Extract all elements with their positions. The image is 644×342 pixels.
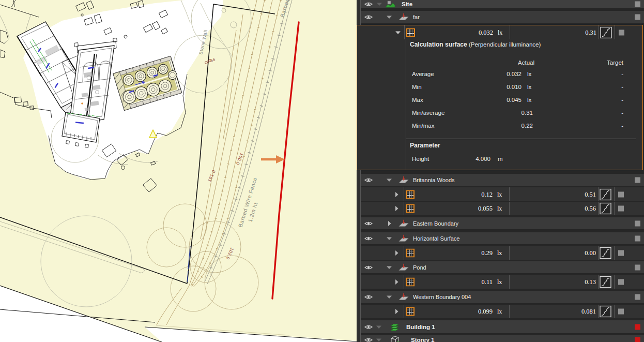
- detail-title: Calculation surface (Perpendicular illum…: [410, 41, 541, 48]
- tree-row-label: Eastern Boundary: [413, 220, 458, 227]
- grid-icon[interactable]: [406, 277, 415, 286]
- tree-row-building-1[interactable]: Building 1: [361, 320, 644, 333]
- status-square[interactable]: [635, 337, 640, 342]
- chevron-right-icon[interactable]: [388, 221, 391, 226]
- tree-row-eastern-boundary[interactable]: Eastern Boundary: [361, 217, 644, 229]
- chevron-right-icon[interactable]: [395, 192, 398, 197]
- falloff-curve-icon[interactable]: [600, 306, 611, 318]
- detail-left-rule: [406, 39, 406, 170]
- falloff-curve-icon[interactable]: [600, 188, 611, 200]
- status-square[interactable]: [635, 324, 640, 330]
- site-plan-map[interactable]: Stone Wall Barbed Wire Fence 1.2m ht Bar…: [0, 0, 357, 342]
- eye-icon[interactable]: [364, 337, 373, 342]
- average-value: 0.11: [425, 278, 493, 286]
- chevron-down-icon[interactable]: [387, 265, 392, 269]
- chevron-down-icon[interactable]: [377, 2, 382, 6]
- tree-row-label: Site: [402, 1, 412, 7]
- result-row[interactable]: 0.11 lx 0.13: [361, 275, 644, 289]
- eye-icon[interactable]: [364, 2, 373, 7]
- status-square[interactable]: [618, 250, 624, 256]
- falloff-curve-icon[interactable]: [600, 203, 611, 215]
- chevron-right-icon[interactable]: [395, 250, 398, 256]
- grid-icon[interactable]: [406, 248, 415, 257]
- chevron-down-icon[interactable]: [376, 325, 381, 329]
- status-square[interactable]: [635, 294, 640, 300]
- result-row[interactable]: 0.29 lx 0.00: [361, 246, 644, 260]
- average-value: 0.12: [425, 190, 493, 198]
- eye-icon[interactable]: [364, 14, 373, 20]
- grid-icon[interactable]: [406, 307, 415, 316]
- chevron-down-icon[interactable]: [395, 31, 401, 34]
- metric-value: 0.31: [454, 110, 533, 116]
- status-square[interactable]: [618, 206, 624, 212]
- calculation-surface-icon: [398, 176, 409, 184]
- site-icon: [385, 1, 395, 8]
- chevron-right-icon[interactable]: [395, 309, 398, 314]
- metric-unit: lx: [527, 97, 531, 103]
- eye-icon[interactable]: [364, 177, 373, 183]
- orange-arrow-icon[interactable]: [261, 155, 285, 163]
- tree-row-britannia-woods[interactable]: Britannia Woods: [361, 174, 644, 186]
- result-row[interactable]: 0.055 lx 0.56: [361, 202, 644, 215]
- eye-icon[interactable]: [364, 236, 373, 241]
- uniformity-value: 0.081: [516, 308, 596, 316]
- eye-icon[interactable]: [364, 221, 373, 226]
- uniformity-value: 0.31: [516, 28, 596, 36]
- status-square[interactable]: [619, 29, 624, 35]
- chevron-down-icon[interactable]: [387, 16, 392, 19]
- chevron-down-icon[interactable]: [387, 179, 392, 182]
- status-square[interactable]: [618, 191, 624, 197]
- metric-value: 0.22: [454, 123, 533, 129]
- status-square[interactable]: [635, 1, 640, 7]
- chevron-right-icon[interactable]: [395, 279, 398, 285]
- status-square[interactable]: [635, 235, 640, 241]
- result-row[interactable]: 0.099 lx 0.081: [361, 305, 644, 318]
- status-square[interactable]: [635, 14, 640, 20]
- metric-value: 0.045: [454, 97, 522, 103]
- metric-value: 0.032: [454, 71, 522, 77]
- calculation-surface-icon: [398, 263, 409, 271]
- calculation-surface-icon: [398, 234, 409, 242]
- falloff-curve-icon[interactable]: [600, 276, 611, 288]
- tree-row-horizontal-surface[interactable]: Horizontal Surface: [361, 232, 644, 244]
- result-row[interactable]: 0.12 lx 0.51: [361, 187, 644, 201]
- column-header-target: Target: [572, 60, 623, 66]
- status-square[interactable]: [635, 177, 640, 183]
- chevron-right-icon[interactable]: [395, 206, 398, 211]
- falloff-curve-icon[interactable]: [600, 26, 612, 38]
- column-header-actual: Actual: [483, 60, 534, 66]
- status-square[interactable]: [618, 309, 624, 315]
- status-square[interactable]: [635, 264, 640, 270]
- tree-row-far[interactable]: far: [361, 11, 644, 23]
- grid-icon[interactable]: [406, 204, 415, 213]
- status-square[interactable]: [618, 279, 624, 285]
- tree-row-storey-1[interactable]: Storey 1: [361, 335, 644, 342]
- metric-target: -: [592, 97, 623, 103]
- eye-icon[interactable]: [364, 324, 373, 330]
- metric-target: -: [592, 110, 623, 116]
- tree-row-label: Western Boundary 004: [413, 294, 471, 300]
- value-unit: lx: [497, 249, 502, 257]
- chevron-down-icon[interactable]: [376, 338, 381, 342]
- tree-row-site[interactable]: Site: [361, 0, 644, 8]
- result-row-far[interactable]: 0.032 lx 0.31: [357, 25, 642, 39]
- metric-target: -: [592, 71, 623, 77]
- metric-unit: lx: [527, 84, 531, 90]
- eye-icon[interactable]: [364, 294, 373, 300]
- metric-unit: lx: [527, 71, 531, 77]
- chevron-down-icon[interactable]: [387, 236, 392, 240]
- metric-value: 0.010: [454, 84, 522, 90]
- grid-icon[interactable]: [406, 190, 415, 199]
- cad-drawing[interactable]: Stone Wall Barbed Wire Fence 1.2m ht Bar…: [0, 0, 357, 342]
- falloff-curve-icon[interactable]: [600, 247, 611, 259]
- status-square[interactable]: [635, 220, 640, 226]
- eye-icon[interactable]: [364, 265, 373, 270]
- selected-calculation-surface[interactable]: 0.032 lx 0.31 Calculation surface (Perpe…: [357, 25, 643, 170]
- chevron-down-icon[interactable]: [387, 295, 392, 299]
- uniformity-value: 0.00: [516, 249, 596, 257]
- metric-target: -: [592, 84, 623, 90]
- tree-row-pond[interactable]: Pond: [361, 261, 644, 273]
- grid-icon[interactable]: [406, 28, 415, 37]
- contour-label-102: 102.0: [225, 247, 235, 260]
- tree-row-western-boundary-004[interactable]: Western Boundary 004: [361, 291, 644, 303]
